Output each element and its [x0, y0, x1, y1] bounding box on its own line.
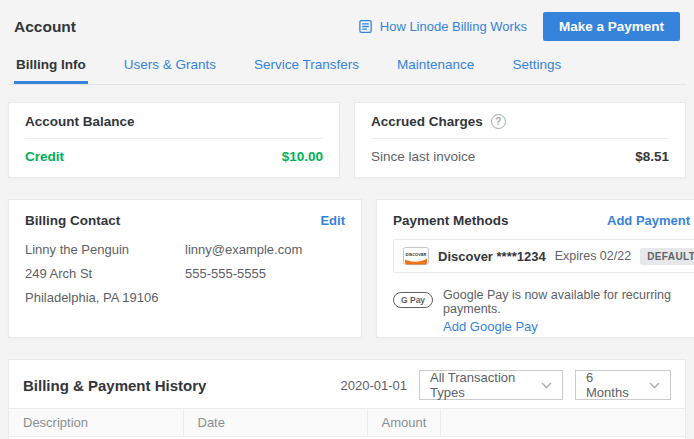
document-icon	[358, 19, 373, 34]
divider	[25, 138, 323, 139]
tab-maintenance[interactable]: Maintenance	[395, 51, 476, 84]
chevron-down-icon	[649, 382, 660, 389]
contact-email: linny@example.com	[185, 242, 345, 257]
google-pay-message: Google Pay is now available for recurrin…	[443, 288, 694, 316]
account-balance-row: Credit $10.00	[25, 149, 323, 164]
column-actions	[441, 409, 685, 437]
time-range-select[interactable]: 6 Months	[575, 370, 671, 400]
billing-history-table: Description Date Amount Invoice #0001234…	[9, 408, 685, 439]
accrued-charges-row: Since last invoice $8.51	[371, 149, 669, 164]
edit-billing-contact-link[interactable]: Edit	[320, 213, 345, 228]
account-page: Account How Linode Billing Works Make a …	[0, 0, 694, 439]
payment-method-expiry: Expires 02/22	[555, 249, 631, 263]
column-amount: Amount	[367, 409, 441, 437]
time-range-value: 6 Months	[586, 370, 639, 400]
tab-billing-info[interactable]: Billing Info	[14, 51, 88, 84]
accrued-amount: $8.51	[635, 149, 669, 164]
accrued-charges-title: Accrued Charges ?	[371, 114, 669, 129]
page-title: Account	[14, 18, 76, 36]
contact-phone: 555-555-5555	[185, 266, 345, 281]
discover-card-icon: DISCOVER	[403, 247, 429, 265]
balance-amount: $10.00	[282, 149, 323, 164]
detail-cards: Billing Contact Edit Linny the Penguin 2…	[8, 199, 686, 338]
contact-address-column: Linny the Penguin 249 Arch St Philadelph…	[25, 242, 185, 305]
billing-history-title: Billing & Payment History	[23, 377, 341, 394]
accrued-charges-title-text: Accrued Charges	[371, 114, 483, 129]
default-badge: DEFAULT	[640, 248, 694, 265]
billing-contact-header: Billing Contact Edit	[25, 213, 345, 228]
header-actions: How Linode Billing Works Make a Payment	[358, 12, 680, 41]
payment-methods-header: Payment Methods Add Payment Method	[393, 213, 694, 228]
tab-settings[interactable]: Settings	[510, 51, 563, 84]
accrued-charges-card: Accrued Charges ? Since last invoice $8.…	[354, 102, 686, 178]
make-a-payment-button[interactable]: Make a Payment	[543, 12, 680, 41]
column-date: Date	[183, 409, 367, 437]
google-pay-banner: G Pay Google Pay is now available for re…	[393, 288, 694, 334]
how-billing-works-link[interactable]: How Linode Billing Works	[358, 19, 527, 34]
contact-address-line2: Philadelphia, PA 19106	[25, 290, 185, 305]
billing-contact-title: Billing Contact	[25, 213, 120, 228]
payment-methods-title: Payment Methods	[393, 213, 509, 228]
billing-history-controls: 2020-01-01 All Transaction Types 6 Month…	[341, 370, 672, 400]
account-tabs: Billing Info Users & Grants Service Tran…	[8, 51, 686, 85]
payment-methods-card: Payment Methods Add Payment Method DISCO…	[376, 199, 694, 338]
contact-name: Linny the Penguin	[25, 242, 185, 257]
contact-address-line1: 249 Arch St	[25, 266, 185, 281]
page-header: Account How Linode Billing Works Make a …	[8, 0, 686, 41]
tab-users-grants[interactable]: Users & Grants	[122, 51, 218, 84]
svg-text:DISCOVER: DISCOVER	[406, 252, 427, 257]
column-description: Description	[9, 409, 183, 437]
add-google-pay-link[interactable]: Add Google Pay	[443, 319, 694, 334]
table-header-row: Description Date Amount	[9, 409, 685, 437]
billing-history-section: Billing & Payment History 2020-01-01 All…	[8, 359, 686, 439]
billing-contact-card: Billing Contact Edit Linny the Penguin 2…	[8, 199, 362, 338]
tab-service-transfers[interactable]: Service Transfers	[252, 51, 361, 84]
balance-label: Credit	[25, 149, 64, 164]
payment-method-label: Discover ****1234	[438, 249, 546, 264]
google-pay-icon: G Pay	[393, 292, 433, 308]
contact-comm-column: linny@example.com 555-555-5555	[185, 242, 345, 305]
add-payment-method-link[interactable]: Add Payment Method	[607, 213, 694, 228]
help-icon[interactable]: ?	[491, 114, 506, 129]
accrued-label: Since last invoice	[371, 149, 475, 164]
summary-cards: Account Balance Credit $10.00 Accrued Ch…	[8, 102, 686, 178]
account-balance-card: Account Balance Credit $10.00	[8, 102, 340, 178]
payment-method-row: DISCOVER Discover ****1234 Expires 02/22…	[393, 239, 694, 273]
how-billing-works-label: How Linode Billing Works	[380, 19, 527, 34]
transaction-type-select[interactable]: All Transaction Types	[419, 370, 563, 400]
google-pay-texts: Google Pay is now available for recurrin…	[443, 288, 694, 334]
history-start-date: 2020-01-01	[341, 378, 408, 393]
chevron-down-icon	[541, 382, 552, 389]
transaction-type-value: All Transaction Types	[430, 370, 531, 400]
divider	[371, 138, 669, 139]
billing-history-header: Billing & Payment History 2020-01-01 All…	[9, 360, 685, 408]
account-balance-title: Account Balance	[25, 114, 323, 129]
billing-contact-details: Linny the Penguin 249 Arch St Philadelph…	[25, 242, 345, 305]
